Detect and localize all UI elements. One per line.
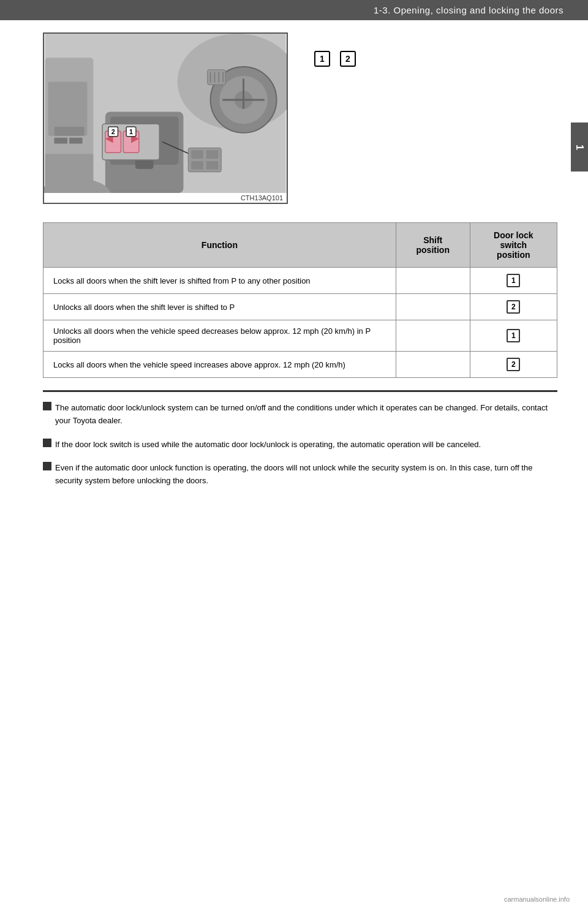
page-title: 1-3. Opening, closing and locking the do… <box>374 5 564 15</box>
bullet-sections: The automatic door lock/unlock system ca… <box>43 402 557 488</box>
bullet-section-3: Even if the automatic door unlock functi… <box>43 462 557 488</box>
door-lock-badge: 1 <box>507 329 520 342</box>
door-lock-badge: 2 <box>507 358 520 371</box>
cell-function: Unlocks all doors when the vehicle speed… <box>43 320 396 352</box>
bullet-header-text: If the door lock switch is used while th… <box>55 439 481 451</box>
svg-rect-33 <box>191 150 203 159</box>
cell-shift <box>396 268 470 294</box>
svg-rect-36 <box>206 161 219 170</box>
top-section: STEP 2 <box>43 32 557 204</box>
cell-function: Locks all doors when the vehicle speed i… <box>43 352 396 378</box>
svg-rect-17 <box>69 138 83 144</box>
table-row: Locks all doors when the vehicle speed i… <box>43 352 557 378</box>
main-content: STEP 2 <box>0 32 588 488</box>
bullet-icon <box>43 462 51 470</box>
bullet-header-text: The automatic door lock/unlock system ca… <box>55 402 557 428</box>
svg-rect-35 <box>191 161 203 170</box>
table-row: Unlocks all doors when the vehicle speed… <box>43 320 557 352</box>
cell-shift <box>396 294 470 320</box>
badge-2: 2 <box>340 51 356 67</box>
svg-text:2: 2 <box>111 128 115 135</box>
bullet-section-2: If the door lock switch is used while th… <box>43 439 557 451</box>
step-image-container: STEP 2 <box>43 32 288 204</box>
cell-door-lock: 2 <box>470 352 557 378</box>
function-table: Function Shift position Door lock switch… <box>43 222 557 378</box>
svg-rect-34 <box>206 150 219 159</box>
svg-text:1: 1 <box>129 128 133 135</box>
svg-rect-16 <box>54 138 67 144</box>
car-interior-image: 1 2 <box>44 34 287 193</box>
badge-description: 1 2 <box>312 32 557 67</box>
cell-door-lock: 1 <box>470 320 557 352</box>
cell-shift <box>396 352 470 378</box>
bullet-header: Even if the automatic door unlock functi… <box>43 462 557 488</box>
svg-rect-15 <box>54 127 84 136</box>
cell-function: Locks all doors when the shift lever is … <box>43 268 396 294</box>
col-function: Function <box>43 223 396 268</box>
svg-rect-38 <box>45 154 93 193</box>
bullet-header: If the door lock switch is used while th… <box>43 439 557 451</box>
bullet-header: The automatic door lock/unlock system ca… <box>43 402 557 428</box>
section-divider <box>43 390 557 392</box>
cell-function: Unlocks all doors when the shift lever i… <box>43 294 396 320</box>
page-header: 1-3. Opening, closing and locking the do… <box>0 0 588 20</box>
footer-watermark: carmanualsonline.info <box>504 896 570 903</box>
door-lock-badge: 1 <box>507 274 520 287</box>
door-lock-badge: 2 <box>507 300 520 314</box>
bullet-section-1: The automatic door lock/unlock system ca… <box>43 402 557 428</box>
chapter-tab: 1 <box>571 123 588 172</box>
cell-shift <box>396 320 470 352</box>
bullet-icon <box>43 402 51 410</box>
table-row: Locks all doors when the shift lever is … <box>43 268 557 294</box>
image-caption: CTH13AQ101 <box>44 193 287 203</box>
col-doorlock: Door lock switchposition <box>470 223 557 268</box>
bullet-icon <box>43 439 51 447</box>
cell-door-lock: 1 <box>470 268 557 294</box>
table-row: Unlocks all doors when the shift lever i… <box>43 294 557 320</box>
bullet-header-text: Even if the automatic door unlock functi… <box>55 462 557 488</box>
table-header-row: Function Shift position Door lock switch… <box>43 223 557 268</box>
cell-door-lock: 2 <box>470 294 557 320</box>
badge-1: 1 <box>314 51 330 67</box>
col-shift: Shift position <box>396 223 470 268</box>
